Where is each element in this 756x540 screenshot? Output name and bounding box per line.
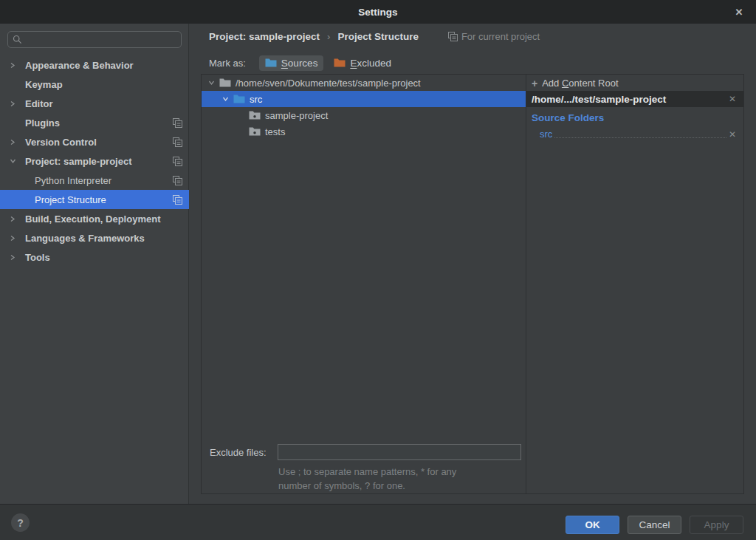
sidebar-item-label: Keymap <box>25 79 63 90</box>
chevron-right-icon <box>0 100 25 107</box>
sidebar-item-label: Project: sample-project <box>25 156 132 167</box>
breadcrumb-project[interactable]: Project: sample-project <box>209 31 320 42</box>
settings-dialog: Settings ✕ Appearance & Behavior Keymap … <box>0 0 756 540</box>
exclude-files-label: Exclude files: <box>210 445 267 460</box>
dotted-leader <box>554 137 726 138</box>
exclude-files-input[interactable] <box>278 444 521 460</box>
sidebar-item-editor[interactable]: Editor <box>0 94 189 113</box>
tree-row-src[interactable]: src <box>202 91 526 107</box>
sidebar-item-label: Build, Execution, Deployment <box>25 213 160 225</box>
chevron-right-icon <box>0 235 25 242</box>
source-folder-icon <box>233 94 245 104</box>
add-content-root-label: Add Content Root <box>542 78 618 89</box>
window-titlebar: Settings ✕ <box>0 0 756 24</box>
configurable-badge-icon <box>173 157 182 166</box>
apply-button[interactable]: Apply <box>690 516 743 534</box>
sidebar-item-tools[interactable]: Tools <box>0 247 189 267</box>
chevron-right-icon <box>0 139 25 146</box>
sidebar-item-label: Tools <box>25 252 50 263</box>
for-current-project-label: For current project <box>461 31 540 42</box>
tree-row-sample-project[interactable]: sample-project <box>202 107 526 123</box>
add-content-root-button[interactable]: + Add Content Root <box>526 75 743 91</box>
mark-excluded-label: Excluded <box>350 58 391 69</box>
for-current-project-note: For current project <box>448 31 540 42</box>
settings-sidebar: Appearance & Behavior Keymap Editor Plug… <box>0 24 189 504</box>
tree-row-label: src <box>250 94 262 105</box>
settings-search-input[interactable] <box>26 33 176 46</box>
source-folder-name: src <box>540 128 552 141</box>
sidebar-item-appearance-behavior[interactable]: Appearance & Behavior <box>0 55 189 75</box>
sidebar-item-label: Editor <box>25 98 53 109</box>
sidebar-item-label: Version Control <box>25 137 97 148</box>
breadcrumb-page[interactable]: Project Structure <box>337 31 419 42</box>
folder-icon <box>249 110 261 120</box>
window-close-icon[interactable]: ✕ <box>729 0 749 24</box>
configurable-badge-icon <box>448 32 458 41</box>
sidebar-item-build-execution-deployment[interactable]: Build, Execution, Deployment <box>0 209 189 228</box>
folder-icon <box>249 126 261 137</box>
content-root-row[interactable]: /home/.../test/sample-project ✕ <box>526 91 743 107</box>
source-folder-row[interactable]: src ✕ <box>526 126 743 141</box>
sidebar-item-keymap[interactable]: Keymap <box>0 75 189 94</box>
breadcrumb-separator: › <box>327 31 330 42</box>
sidebar-item-label: Plugins <box>25 117 60 129</box>
sidebar-item-python-interpreter[interactable]: Python Interpreter <box>0 171 189 190</box>
chevron-down-icon <box>207 80 215 86</box>
tree-row-label: tests <box>265 126 285 137</box>
configurable-badge-icon <box>173 137 182 147</box>
configurable-badge-icon <box>173 195 182 205</box>
project-structure-panels: /home/sven/Dokumente/test/sample-project… <box>201 74 744 494</box>
tree-row-label: /home/sven/Dokumente/test/sample-project <box>236 78 421 89</box>
remove-source-folder-icon[interactable]: ✕ <box>729 129 736 140</box>
configurable-badge-icon <box>173 176 182 185</box>
chevron-right-icon <box>0 254 25 261</box>
configurable-badge-icon <box>173 118 182 128</box>
source-folders-heading: Source Folders <box>532 112 604 123</box>
sidebar-item-label: Appearance & Behavior <box>25 60 134 71</box>
sidebar-item-project-sample-project[interactable]: Project: sample-project <box>0 151 189 171</box>
chevron-down-icon <box>0 158 25 164</box>
content-root-path: /home/.../test/sample-project <box>532 94 729 105</box>
chevron-right-icon <box>0 62 25 69</box>
chevron-right-icon <box>0 216 25 222</box>
cancel-button[interactable]: Cancel <box>628 516 681 534</box>
tree-row-label: sample-project <box>265 110 328 121</box>
window-title: Settings <box>358 7 397 18</box>
dialog-footer: ? OK Cancel Apply <box>0 504 756 540</box>
sidebar-item-project-structure[interactable]: Project Structure <box>0 190 189 209</box>
plus-icon: + <box>532 78 537 89</box>
chevron-down-icon <box>221 96 229 102</box>
help-button[interactable]: ? <box>11 513 30 532</box>
tree-row-tests[interactable]: tests <box>202 123 526 140</box>
mark-sources-button[interactable]: Sources <box>259 55 324 71</box>
exclude-files-hint: Use ; to separate name patterns, * for a… <box>278 465 456 493</box>
mark-as-toolbar: Mark as: Sources Excluded <box>209 53 397 72</box>
breadcrumb: Project: sample-project › Project Struct… <box>209 30 540 43</box>
mark-excluded-button[interactable]: Excluded <box>328 55 397 71</box>
tree-row-content-root[interactable]: /home/sven/Dokumente/test/sample-project <box>202 75 526 91</box>
folder-icon <box>219 78 231 88</box>
mark-as-label: Mark as: <box>209 58 246 69</box>
sidebar-item-version-control[interactable]: Version Control <box>0 132 189 151</box>
search-icon <box>13 35 22 44</box>
remove-content-root-icon[interactable]: ✕ <box>729 94 736 104</box>
sidebar-item-languages-frameworks[interactable]: Languages & Frameworks <box>0 228 189 247</box>
excluded-folder-icon <box>334 58 346 68</box>
sidebar-item-label: Python Interpreter <box>35 175 111 186</box>
ok-button[interactable]: OK <box>566 516 619 534</box>
settings-nav: Appearance & Behavior Keymap Editor Plug… <box>0 55 189 267</box>
source-folder-icon <box>265 58 277 68</box>
sidebar-item-label: Languages & Frameworks <box>25 233 145 244</box>
sidebar-item-plugins[interactable]: Plugins <box>0 113 189 132</box>
content-root-tree: /home/sven/Dokumente/test/sample-project… <box>202 75 526 493</box>
content-roots-panel: + Add Content Root /home/.../test/sample… <box>526 75 743 493</box>
settings-search-box[interactable] <box>7 31 182 48</box>
sidebar-item-label: Project Structure <box>35 194 106 205</box>
mark-sources-label: Sources <box>281 58 318 69</box>
